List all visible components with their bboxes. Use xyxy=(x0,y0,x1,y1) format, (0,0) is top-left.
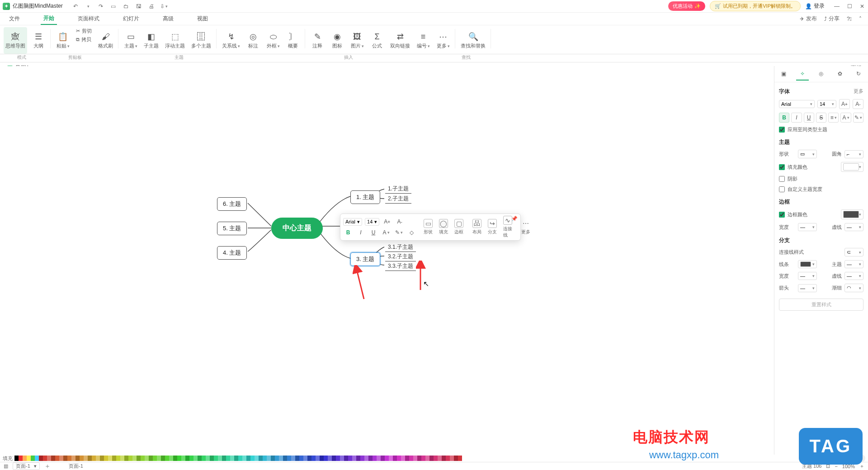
pages-icon[interactable]: ▥ xyxy=(4,463,8,469)
palette-swatch[interactable] xyxy=(255,456,259,461)
palette-swatch[interactable] xyxy=(177,456,181,461)
topic-button[interactable]: ▭主题 xyxy=(122,27,139,54)
palette-swatch[interactable] xyxy=(112,456,116,461)
relation-button[interactable]: ↯关系线 xyxy=(220,27,242,54)
rp-tab-page[interactable]: ▣ xyxy=(778,68,790,81)
palette-swatch[interactable] xyxy=(132,456,137,461)
share-button[interactable]: ⤴分享 xyxy=(824,15,840,23)
rp-shape-select[interactable]: ▭▾ xyxy=(798,150,817,158)
rp-tab-history[interactable]: ↻ xyxy=(852,68,865,81)
menu-advanced[interactable]: 高级 xyxy=(160,13,176,24)
palette-swatch[interactable] xyxy=(198,456,202,461)
rp-bordercolor-check[interactable]: 边框颜色 ▾ xyxy=(779,209,863,219)
rp-tab-style[interactable]: ✧ xyxy=(796,68,809,81)
palette-swatch[interactable] xyxy=(230,456,234,461)
palette-swatch[interactable] xyxy=(71,456,75,461)
rp-customwidth-check[interactable]: 自定义主题宽度 xyxy=(779,186,863,193)
palette-swatch[interactable] xyxy=(169,456,173,461)
image-button[interactable]: 🖼图片 xyxy=(349,27,366,54)
palette-swatch[interactable] xyxy=(238,456,242,461)
palette-swatch[interactable] xyxy=(206,456,210,461)
ft-size-select[interactable]: 14▾ xyxy=(365,218,379,226)
ft-clear-format-button[interactable]: ◇ xyxy=(406,228,416,237)
iconset-button[interactable]: ◉图标 xyxy=(329,27,346,54)
ft-border-button[interactable]: ▢边框 xyxy=(453,219,465,235)
canvas[interactable]: 中心主题 1. 主题 3. 主题 6. 主题 5. 主题 4. 主题 1.子主题… xyxy=(0,66,774,455)
menu-file[interactable]: 文件 xyxy=(6,13,23,24)
ft-italic-button[interactable]: I xyxy=(356,228,366,237)
rp-tab-icon[interactable]: ◎ xyxy=(815,68,827,81)
menu-view[interactable]: 视图 xyxy=(194,13,211,24)
summary-button[interactable]: 〙概要 xyxy=(284,27,302,54)
palette-swatch[interactable] xyxy=(442,456,446,461)
palette-swatch[interactable] xyxy=(80,456,84,461)
rp-apply-same-check[interactable]: 应用至同类型主题 xyxy=(779,126,863,133)
palette-swatch[interactable] xyxy=(104,456,108,461)
insert-more-button[interactable]: ⋯更多 xyxy=(434,27,452,54)
open-icon[interactable]: 🗀 xyxy=(123,3,130,10)
palette-swatch[interactable] xyxy=(417,456,421,461)
palette-swatch[interactable] xyxy=(51,456,55,461)
palette-swatch[interactable] xyxy=(454,456,458,461)
subnode-1-2[interactable]: 2.子主题 xyxy=(385,195,411,204)
palette-swatch[interactable] xyxy=(413,456,417,461)
palette-swatch[interactable] xyxy=(373,456,377,461)
palette-swatch[interactable] xyxy=(348,456,352,461)
palette-swatch[interactable] xyxy=(352,456,356,461)
formula-button[interactable]: Σ公式 xyxy=(368,27,386,54)
palette-swatch[interactable] xyxy=(446,456,450,461)
close-icon[interactable]: ✕ xyxy=(859,3,865,9)
palette-swatch[interactable] xyxy=(316,456,320,461)
rp-bordercolor-checkbox[interactable] xyxy=(779,212,785,218)
zoom-in-icon[interactable]: ＋ xyxy=(859,463,864,470)
boundary-button[interactable]: ⬭外框 xyxy=(264,27,282,54)
rp-italic-button[interactable]: I xyxy=(791,113,802,123)
export-dropdown[interactable]: ⇩ xyxy=(160,3,168,10)
hyperlink-button[interactable]: ⇄双向链接 xyxy=(388,27,412,54)
redo-icon[interactable]: ↷ xyxy=(97,3,104,10)
palette-swatch[interactable] xyxy=(31,456,35,461)
subnode-3-3[interactable]: 3.3.子主题 xyxy=(385,262,416,271)
rp-strike-button[interactable]: S xyxy=(816,113,826,123)
rp-align-button[interactable]: ≡ xyxy=(828,113,839,123)
palette-swatch[interactable] xyxy=(356,456,360,461)
palette-swatch[interactable] xyxy=(450,456,454,461)
rp-border-dash-select[interactable]: —▾ xyxy=(844,223,863,231)
ft-shape-button[interactable]: ▭形状 xyxy=(422,219,434,235)
palette-swatch[interactable] xyxy=(218,456,222,461)
palette-swatch[interactable] xyxy=(202,456,206,461)
palette-swatch[interactable] xyxy=(283,456,287,461)
paste-button[interactable]: 📋粘贴 xyxy=(54,27,71,54)
rp-font-more[interactable]: 更多 xyxy=(854,88,863,95)
palette-swatch[interactable] xyxy=(88,456,92,461)
palette-swatch[interactable] xyxy=(340,456,344,461)
rp-bordercolor-select[interactable]: ▾ xyxy=(841,209,863,219)
undo-icon[interactable]: ↶ xyxy=(72,3,79,10)
node-center[interactable]: 中心主题 xyxy=(271,218,323,239)
rp-branch-topic-select[interactable]: —▾ xyxy=(844,260,863,268)
save-icon[interactable]: 🖫 xyxy=(135,3,142,10)
subnode-3-2[interactable]: 3.2.子主题 xyxy=(385,252,416,261)
rp-highlight-button[interactable]: ✎ xyxy=(853,113,863,123)
palette-swatch[interactable] xyxy=(242,456,246,461)
rp-reset-button[interactable]: 重置样式 xyxy=(779,299,863,311)
palette-swatch[interactable] xyxy=(434,456,438,461)
palette-swatch[interactable] xyxy=(141,456,145,461)
node-topic-1[interactable]: 1. 主题 xyxy=(350,190,380,204)
minimize-icon[interactable]: — xyxy=(834,3,840,9)
rp-tab-clipart[interactable]: ✿ xyxy=(834,68,846,81)
palette-swatch[interactable] xyxy=(157,456,161,461)
rp-bold-button[interactable]: B xyxy=(779,113,789,123)
palette-swatch[interactable] xyxy=(120,456,124,461)
palette-swatch[interactable] xyxy=(368,456,373,461)
rp-font-size-select[interactable]: 14▾ xyxy=(817,100,836,108)
palette-swatch[interactable] xyxy=(128,456,132,461)
palette-swatch[interactable] xyxy=(259,456,263,461)
page-label[interactable]: 页面-1 xyxy=(69,463,83,470)
palette-swatch[interactable] xyxy=(27,456,31,461)
palette-swatch[interactable] xyxy=(161,456,165,461)
rp-fillcolor-checkbox[interactable] xyxy=(779,164,785,170)
publish-button[interactable]: ✈发布 xyxy=(800,15,817,23)
cut-button[interactable]: ✂剪切 xyxy=(74,27,94,35)
palette-swatch[interactable] xyxy=(360,456,364,461)
